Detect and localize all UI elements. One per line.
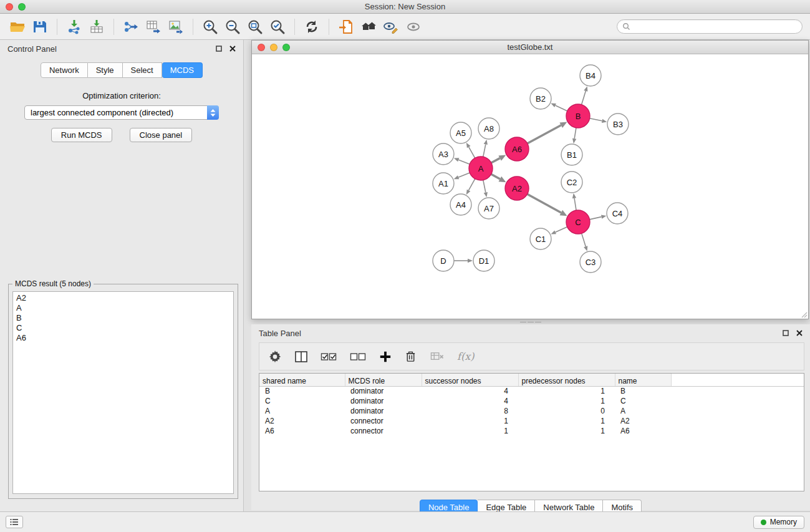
column-header-successor-nodes[interactable]: successor nodes	[422, 374, 518, 386]
task-history-button[interactable]	[6, 516, 23, 528]
table-row[interactable]: Cdominator41C	[259, 396, 804, 406]
graph-edge-A-A8[interactable]	[483, 140, 488, 157]
graph-node-D1[interactable]: D1	[473, 250, 494, 271]
close-panel-action-button[interactable]: Close panel	[130, 128, 193, 142]
graph-edge-A-A2[interactable]	[491, 174, 506, 182]
graph-edge-C-C3[interactable]	[582, 233, 588, 251]
table-row[interactable]: A6connector11A6	[259, 426, 804, 436]
graph-node-B[interactable]: B	[566, 104, 590, 128]
column-header-predecessor-nodes[interactable]: predecessor nodes	[518, 374, 615, 386]
export-network-button[interactable]	[120, 16, 142, 37]
graph-node-B1[interactable]: B1	[561, 144, 582, 165]
network-close-button[interactable]	[258, 44, 265, 51]
graph-node-A2[interactable]: A2	[505, 177, 529, 200]
resize-grip-icon[interactable]	[800, 311, 808, 318]
float-table-panel-button[interactable]	[783, 330, 789, 336]
export-image-button[interactable]	[165, 16, 187, 37]
graph-node-B2[interactable]: B2	[530, 88, 551, 109]
close-window-button[interactable]	[6, 3, 13, 11]
graph-edge-A-A1[interactable]	[454, 173, 470, 179]
table-row[interactable]: Bdominator41B	[259, 386, 804, 396]
search-field[interactable]	[617, 19, 803, 34]
zoom-out-button[interactable]	[221, 16, 244, 37]
optimization-criterion-dropdown[interactable]: largest connected component (directed)	[24, 105, 219, 120]
refresh-view-button[interactable]	[301, 16, 323, 37]
close-panel-button[interactable]	[229, 46, 236, 52]
graph-edge-A2-C[interactable]	[528, 194, 567, 216]
float-panel-button[interactable]	[216, 46, 222, 52]
table-settings-button[interactable]	[268, 349, 282, 365]
graph-node-B4[interactable]: B4	[580, 65, 601, 86]
graph-node-C[interactable]: C	[566, 210, 590, 234]
select-all-rows-button[interactable]	[321, 349, 337, 365]
graph-node-A7[interactable]: A7	[478, 198, 499, 219]
show-hide-button[interactable]	[402, 16, 425, 37]
show-columns-button[interactable]	[294, 349, 308, 365]
edit-visibility-button[interactable]	[380, 16, 402, 37]
search-input[interactable]	[634, 22, 797, 31]
control-tab-select[interactable]: Select	[123, 62, 162, 78]
mcds-result-item[interactable]: B	[16, 313, 230, 323]
memory-button[interactable]: Memory	[753, 516, 804, 529]
deselect-all-rows-button[interactable]	[350, 349, 367, 365]
graph-edge-B-B4[interactable]	[582, 86, 588, 105]
zoom-selected-button[interactable]	[266, 16, 289, 37]
graph-node-C1[interactable]: C1	[530, 228, 551, 249]
graph-node-A8[interactable]: A8	[478, 118, 499, 139]
mcds-result-item[interactable]: C	[16, 323, 230, 333]
graph-edge-C-C2[interactable]	[572, 193, 576, 210]
export-table-button[interactable]	[142, 16, 165, 37]
graph-edge-A-A6[interactable]	[491, 155, 506, 163]
graph-node-A3[interactable]: A3	[433, 143, 454, 165]
network-canvas[interactable]: AA1A2A3A4A5A6A7A8BB1B2B3B4CC1C2C3C4DD1	[252, 54, 808, 319]
open-network-from-ndex-button[interactable]	[335, 16, 357, 37]
graph-node-C2[interactable]: C2	[561, 172, 582, 193]
save-session-button[interactable]	[29, 16, 51, 37]
graph-node-C3[interactable]: C3	[580, 251, 601, 273]
column-header-MCDS-role[interactable]: MCDS role	[345, 374, 422, 386]
add-row-button[interactable]	[379, 349, 392, 365]
graph-edge-D-D1[interactable]	[454, 259, 473, 263]
column-header-shared-name[interactable]: shared name	[259, 374, 345, 386]
control-tab-network[interactable]: Network	[41, 62, 88, 78]
graph-edge-B-B3[interactable]	[590, 118, 607, 123]
clear-table-button[interactable]	[430, 349, 445, 365]
graph-node-D[interactable]: D	[433, 250, 454, 271]
graph-edge-A-A3[interactable]	[454, 158, 470, 164]
ndex-home-button[interactable]	[357, 16, 380, 37]
graph-edge-A-A4[interactable]	[466, 179, 475, 195]
control-tab-style[interactable]: Style	[88, 62, 123, 78]
graph-node-B3[interactable]: B3	[607, 114, 629, 135]
run-mcds-button[interactable]: Run MCDS	[51, 128, 112, 142]
network-maximize-button[interactable]	[282, 44, 290, 51]
zoom-in-button[interactable]	[199, 16, 221, 37]
graph-node-A[interactable]: A	[469, 157, 493, 180]
graph-edge-B-B2[interactable]	[551, 104, 567, 111]
close-table-panel-button[interactable]	[796, 330, 803, 336]
network-minimize-button[interactable]	[270, 44, 277, 51]
mcds-result-item[interactable]: A2	[16, 293, 230, 303]
mcds-result-item[interactable]: A	[16, 303, 230, 313]
graph-edge-B-B1[interactable]	[572, 128, 576, 143]
graph-node-A5[interactable]: A5	[450, 122, 471, 143]
table-row[interactable]: A2connector11A2	[259, 416, 804, 426]
import-network-from-file-button[interactable]	[63, 16, 85, 37]
function-builder-button[interactable]: f(x)	[457, 349, 474, 365]
graph-edge-C-C4[interactable]	[590, 215, 607, 220]
graph-edge-A-A5[interactable]	[466, 143, 475, 158]
graph-node-A1[interactable]: A1	[433, 173, 454, 194]
import-table-from-file-button[interactable]	[85, 16, 108, 37]
zoom-fit-button[interactable]	[244, 16, 266, 37]
graph-node-A4[interactable]: A4	[450, 194, 471, 215]
mcds-result-item[interactable]: A6	[16, 333, 230, 343]
horizontal-splitter[interactable]	[251, 320, 810, 324]
graph-edge-C-C1[interactable]	[551, 227, 567, 235]
delete-rows-button[interactable]	[404, 349, 417, 365]
table-row[interactable]: Adominator80A	[259, 406, 804, 416]
control-tab-mcds[interactable]: MCDS	[162, 62, 203, 78]
open-file-button[interactable]	[6, 16, 29, 37]
column-header-name[interactable]: name	[615, 374, 671, 386]
graph-edge-A6-B[interactable]	[528, 122, 567, 143]
fullscreen-window-button[interactable]	[18, 3, 26, 11]
graph-node-C4[interactable]: C4	[607, 203, 628, 224]
